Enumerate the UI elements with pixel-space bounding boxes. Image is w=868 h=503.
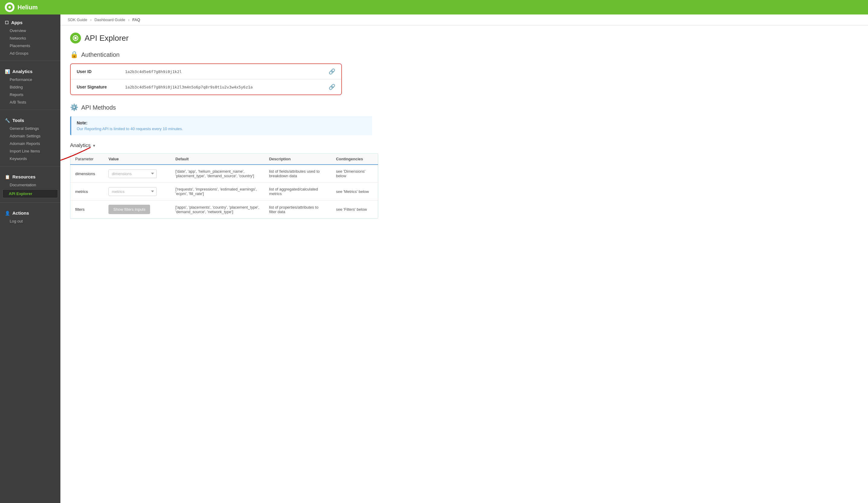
user-signature-label: User Signature <box>77 85 125 90</box>
col-description: Description <box>264 154 331 165</box>
sidebar-section-tools: 🔧 Tools General Settings Adomain Setting… <box>0 112 60 164</box>
sidebar-item-reports[interactable]: Reports <box>0 91 60 98</box>
user-signature-link-icon[interactable]: 🔗 <box>329 84 335 90</box>
api-methods-section-title: ⚙️ API Methods <box>70 104 858 112</box>
analytics-icon: 📊 <box>5 69 10 74</box>
default-dimensions: ['date', 'app', 'helium_placement_name',… <box>170 165 264 183</box>
topbar: Helium <box>0 0 868 14</box>
logo[interactable]: Helium <box>5 2 38 12</box>
sidebar-section-title-apps[interactable]: ☐ Apps <box>0 18 60 27</box>
user-signature-value: 1a2b3c4d5e6f7g8h9i0j1k2l3m4n5o6p7q8r9s0t… <box>125 85 329 90</box>
sidebar-section-title-tools[interactable]: 🔧 Tools <box>0 116 60 125</box>
sidebar-item-networks[interactable]: Networks <box>0 34 60 42</box>
resources-icon: 📋 <box>5 175 10 179</box>
sidebar-item-bidding[interactable]: Bidding <box>0 83 60 91</box>
sidebar-section-label-tools: Tools <box>12 118 24 123</box>
auth-title-text: Authentication <box>81 51 120 58</box>
content-area: API Explorer 🔒 Authentication User ID 1a… <box>60 25 868 503</box>
metrics-select[interactable]: metrics <box>108 187 157 196</box>
conting-filters: see 'Filters' below <box>331 200 378 219</box>
param-metrics: metrics <box>70 183 104 200</box>
sidebar-item-overview[interactable]: Overview <box>0 27 60 34</box>
sidebar-item-documentation[interactable]: Documentation <box>0 181 60 189</box>
desc-filters: list of properties/attributes to filter … <box>264 200 331 219</box>
sidebar: ☐ Apps Overview Networks Placements Ad G… <box>0 14 60 503</box>
col-default: Default <box>170 154 264 165</box>
sidebar-section-label-analytics: Analytics <box>12 69 33 74</box>
default-filters: ['apps', 'placements', 'country', 'place… <box>170 200 264 219</box>
sidebar-item-performance[interactable]: Performance <box>0 76 60 83</box>
svg-point-1 <box>74 37 77 39</box>
user-id-label: User ID <box>77 69 125 74</box>
sidebar-item-placements[interactable]: Placements <box>0 42 60 50</box>
analytics-toggle[interactable]: Analytics ▾ <box>70 143 858 148</box>
table-header-row: Parameter Value Default Description Cont… <box>70 154 378 165</box>
sidebar-section-apps: ☐ Apps Overview Networks Placements Ad G… <box>0 14 60 58</box>
sidebar-section-title-resources[interactable]: 📋 Resources <box>0 172 60 181</box>
gear-icon: ⚙️ <box>70 104 78 112</box>
sidebar-item-api-explorer[interactable]: API Explorer <box>2 189 58 198</box>
sidebar-item-adomain-settings[interactable]: Adomain Settings <box>0 132 60 140</box>
default-metrics: ['requests', 'impressions', 'estimated_e… <box>170 183 264 200</box>
param-filters: filters <box>70 200 104 219</box>
table-row: metrics metrics ['requests', 'impression… <box>70 183 378 200</box>
main-layout: ☐ Apps Overview Networks Placements Ad G… <box>0 14 868 503</box>
analytics-toggle-label: Analytics <box>70 143 91 148</box>
value-metrics[interactable]: metrics <box>104 183 170 200</box>
sidebar-item-adomain-reports[interactable]: Adomain Reports <box>0 140 60 147</box>
sidebar-section-analytics: 📊 Analytics Performance Bidding Reports … <box>0 63 60 107</box>
actions-icon: 👤 <box>5 211 10 216</box>
breadcrumb-dashboard-guide[interactable]: Dashboard Guide <box>94 18 125 22</box>
table-row: dimensions dimensions ['date', 'app', 'h… <box>70 165 378 183</box>
note-body: Our Reporting API is limited to 40 reque… <box>77 126 366 131</box>
tools-icon: 🔧 <box>5 118 10 123</box>
api-table: Parameter Value Default Description Cont… <box>70 153 378 219</box>
value-filters[interactable]: Show filters Inputs <box>104 200 170 219</box>
sidebar-section-title-analytics[interactable]: 📊 Analytics <box>0 67 60 76</box>
user-id-row: User ID 1a2b3c4d5e6f7g8h9i0j1k2l 🔗 <box>71 64 341 80</box>
sidebar-section-resources: 📋 Resources Documentation API Explorer <box>0 169 60 200</box>
breadcrumb-faq: FAQ <box>132 18 140 22</box>
table-row: filters Show filters Inputs ['apps', 'pl… <box>70 200 378 219</box>
conting-metrics: see 'Metrics' below <box>331 183 378 200</box>
sidebar-item-general-settings[interactable]: General Settings <box>0 125 60 132</box>
user-signature-row: User Signature 1a2b3c4d5e6f7g8h9i0j1k2l3… <box>71 80 341 94</box>
user-id-value: 1a2b3c4d5e6f7g8h9i0j1k2l <box>125 70 329 74</box>
dimensions-select[interactable]: dimensions <box>108 169 157 178</box>
logo-text: Helium <box>18 4 38 11</box>
lock-icon: 🔒 <box>70 51 78 59</box>
sidebar-item-logout[interactable]: Log out <box>0 217 60 225</box>
col-value: Value <box>104 154 170 165</box>
auth-box: User ID 1a2b3c4d5e6f7g8h9i0j1k2l 🔗 User … <box>70 63 342 95</box>
page-header: API Explorer <box>70 33 858 43</box>
show-filters-button[interactable]: Show filters Inputs <box>108 205 150 214</box>
desc-metrics: list of aggregated/calculated metrics <box>264 183 331 200</box>
api-explorer-icon <box>70 33 81 43</box>
chevron-down-icon: ▾ <box>93 143 95 148</box>
sidebar-section-title-actions[interactable]: 👤 Actions <box>0 209 60 217</box>
sidebar-item-abtests[interactable]: A/B Tests <box>0 98 60 106</box>
value-dimensions[interactable]: dimensions <box>104 165 170 183</box>
auth-section-title: 🔒 Authentication <box>70 51 858 59</box>
sidebar-item-import-line-items[interactable]: Import Line Items <box>0 147 60 155</box>
note-title: Note: <box>77 120 366 125</box>
page-title: API Explorer <box>85 33 129 43</box>
api-methods-title-text: API Methods <box>81 104 116 111</box>
param-dimensions: dimensions <box>70 165 104 183</box>
sidebar-item-adgroups[interactable]: Ad Groups <box>0 50 60 57</box>
sidebar-section-actions: 👤 Actions Log out <box>0 205 60 226</box>
col-contingencies: Contingencies <box>331 154 378 165</box>
logo-icon <box>5 2 14 12</box>
sidebar-item-keywords[interactable]: Keywords <box>0 155 60 163</box>
apps-icon: ☐ <box>5 20 9 25</box>
sidebar-section-label-actions: Actions <box>12 210 29 216</box>
conting-dimensions: see 'Dimensions' below <box>331 165 378 183</box>
note-box: Note: Our Reporting API is limited to 40… <box>70 116 372 135</box>
user-id-link-icon[interactable]: 🔗 <box>329 68 335 75</box>
breadcrumb: SDK Guide › Dashboard Guide › FAQ <box>60 14 868 25</box>
sidebar-section-label-resources: Resources <box>12 174 35 179</box>
breadcrumb-sdk-guide[interactable]: SDK Guide <box>68 18 87 22</box>
sidebar-section-label-apps: Apps <box>11 20 23 25</box>
col-parameter: Parameter <box>70 154 104 165</box>
desc-dimensions: list of fields/attributes used to breakd… <box>264 165 331 183</box>
